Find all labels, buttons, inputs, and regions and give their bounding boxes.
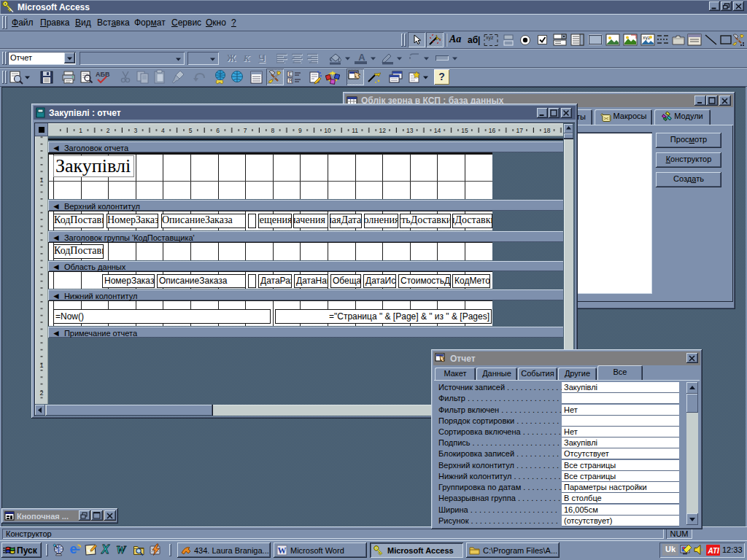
svg-text:18: 18 [543,127,551,134]
svg-text:12: 12 [379,127,386,134]
svg-text:Е: Е [288,71,292,77]
svg-text:3: 3 [133,127,137,134]
svg-text:16: 16 [489,127,496,134]
svg-text:5: 5 [189,127,193,134]
svg-text:ATI: ATI [708,547,720,555]
svg-text:7: 7 [244,127,247,134]
svg-text:W: W [278,545,287,556]
svg-text:2: 2 [107,127,110,134]
svg-text:10: 10 [324,127,331,134]
svg-text:8: 8 [271,127,274,134]
svg-text:9: 9 [298,127,302,134]
svg-text:6: 6 [216,127,220,134]
svg-text:АБВ: АБВ [96,71,110,78]
svg-text:Я: Я [288,78,292,83]
svg-text:xyz: xyz [486,35,494,41]
svg-text:14: 14 [434,127,441,134]
svg-text:1: 1 [39,176,43,184]
svg-text:1: 1 [79,127,82,134]
svg-text:4: 4 [161,127,165,134]
svg-text:15: 15 [461,127,468,134]
svg-text:2: 2 [39,389,43,397]
svg-text:W: W [116,544,127,556]
svg-text:1: 1 [39,362,43,369]
svg-text:17: 17 [516,127,523,134]
svg-text:13: 13 [406,127,414,134]
svg-text:11: 11 [352,127,358,134]
svg-text:X: X [101,543,110,556]
